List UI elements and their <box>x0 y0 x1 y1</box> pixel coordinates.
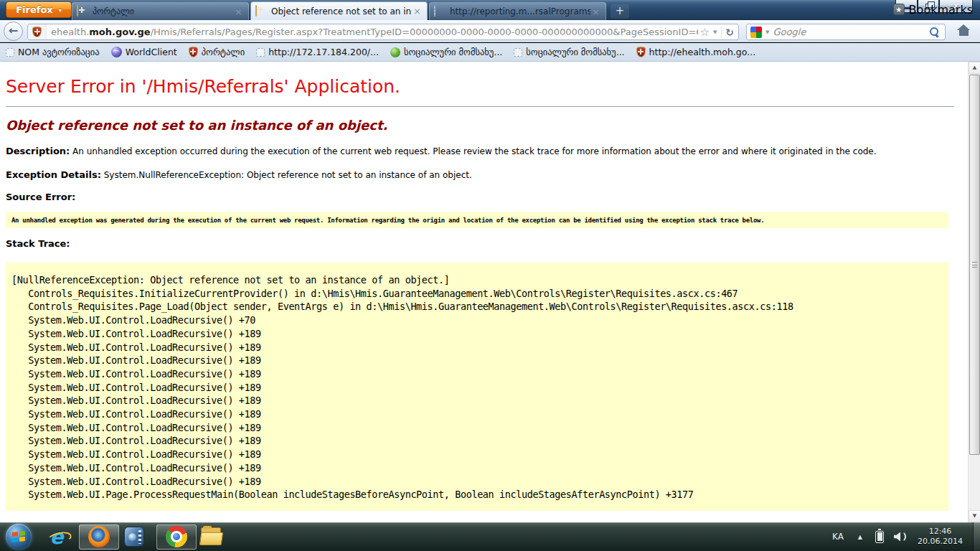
site-identity-chip[interactable] <box>28 24 47 39</box>
url-path: /Hmis/Referrals/Pages/Register.aspx?Trea… <box>151 27 699 37</box>
bookmark-item[interactable]: WorldClient <box>111 47 177 57</box>
tab[interactable]: http://reporting.m...rsalPrograms.aspx× <box>429 2 606 20</box>
georgia-icon <box>255 5 257 17</box>
bookmark-item[interactable]: NOM ავტორიზაცია <box>6 47 100 57</box>
tab-close-icon[interactable]: × <box>590 7 601 17</box>
media-player-taskbar-button[interactable] <box>122 524 146 549</box>
exception-details-line: Exception Details: System.NullReferenceE… <box>6 169 958 180</box>
scrollbar-thumb[interactable] <box>969 75 980 455</box>
bookmark-item[interactable]: http://172.17.184.200/... <box>256 47 379 57</box>
description-line: Description: An unhandled exception occu… <box>6 146 958 156</box>
stack-trace-box: [NullReferenceException: Object referenc… <box>6 263 948 511</box>
firefox-menu-button[interactable]: Firefox▾ <box>6 1 72 18</box>
globe-icon <box>111 47 122 57</box>
screen: Firefox▾ პორტალი×Object reference not se… <box>0 0 980 551</box>
search-icon[interactable] <box>930 27 940 37</box>
firefox-taskbar-button[interactable] <box>79 524 119 550</box>
url-bar-icons: ☆ ▼ ↻ <box>698 26 738 39</box>
bookmark-label: WorldClient <box>126 47 177 57</box>
tray-expand-icon[interactable]: ▲ <box>858 534 862 540</box>
show-desktop-button[interactable] <box>973 522 980 551</box>
error-subtitle: Object reference not set to an instance … <box>6 118 958 133</box>
system-tray: KA ▲ 12:46 20.06.2014 <box>832 522 980 551</box>
firefox-menu-label: Firefox <box>16 4 53 15</box>
start-button[interactable] <box>6 524 32 550</box>
chrome-icon <box>166 526 187 547</box>
divider <box>6 106 954 107</box>
bookmark-label: NOM ავტორიზაცია <box>18 47 100 57</box>
bookmarks-menu-button[interactable]: ★ Bookmarks <box>893 0 973 19</box>
blank-icon <box>6 48 14 57</box>
tab-close-icon[interactable]: × <box>412 6 423 16</box>
bookmark-item[interactable]: სოციალური მომსახუ... <box>390 47 502 57</box>
bookmark-item[interactable]: სოციალური მომსახუ... <box>514 47 624 57</box>
battery-icon[interactable] <box>875 531 884 543</box>
divider <box>721 27 722 38</box>
description-label: Description: <box>6 146 70 156</box>
blank-icon <box>256 48 265 57</box>
new-tab-button[interactable]: + <box>611 4 629 19</box>
search-placeholder: Google <box>773 27 930 37</box>
reload-icon[interactable]: ↻ <box>725 27 734 38</box>
bookmark-label: პორტალი <box>202 47 245 57</box>
bookmarks-toolbar: NOM ავტორიზაციაWorldClientპორტალიhttp://… <box>0 43 980 62</box>
firefox-icon <box>88 526 110 547</box>
tab-close-icon[interactable]: × <box>233 7 244 17</box>
chrome-taskbar-button[interactable] <box>156 524 197 550</box>
blank-favicon-icon <box>434 6 446 17</box>
stack-trace-label: Stack Trace: <box>6 238 958 249</box>
clock-time: 12:46 <box>918 527 963 537</box>
url-text[interactable]: ehealth.moh.gov.ge/Hmis/Referrals/Pages/… <box>47 27 698 37</box>
url-dropdown-icon[interactable]: ▼ <box>713 29 717 35</box>
taskbar: e KA ▲ 12:46 20.06.2014 <box>0 522 980 551</box>
scroll-down-button[interactable]: ▼ <box>969 510 980 522</box>
source-error-label: Source Error: <box>6 192 958 202</box>
clock-date: 20.06.2014 <box>918 537 963 547</box>
window-titlebar: Firefox▾ პორტალი×Object reference not se… <box>0 0 980 20</box>
bookmarks-star-icon: ★ <box>893 4 905 15</box>
bookmark-item[interactable]: http://ehealth.moh.go... <box>636 47 756 57</box>
bookmark-star-icon[interactable]: ☆ <box>699 26 709 39</box>
bookmark-label: სოციალური მომსახუ... <box>526 47 624 57</box>
media-player-icon <box>124 527 144 547</box>
taskbar-apps: e <box>0 522 234 551</box>
search-input[interactable]: ▼ Google <box>746 24 946 40</box>
volume-icon[interactable] <box>894 532 906 542</box>
clock[interactable]: 12:46 20.06.2014 <box>918 527 963 547</box>
exception-details-label: Exception Details: <box>6 169 101 180</box>
bookmark-item[interactable]: პორტალი <box>189 47 245 57</box>
internet-explorer-taskbar-button[interactable]: e <box>44 524 69 549</box>
tab-title: პორტალი <box>93 6 233 17</box>
url-domain: moh.gov.ge <box>89 27 150 37</box>
site-favicon-icon <box>32 27 42 37</box>
tab-strip: პორტალი×Object reference not set to an i… <box>72 1 629 20</box>
url-bar[interactable]: ehealth.moh.gov.ge/Hmis/Referrals/Pages/… <box>27 24 739 40</box>
georgia-favicon-icon <box>255 6 267 17</box>
bookmarks-menu-label: Bookmarks <box>909 3 973 17</box>
bookmark-label: http://172.17.184.200/... <box>268 47 379 57</box>
georgia-favicon-icon <box>77 6 88 17</box>
scrollbar-grip-icon <box>972 262 977 268</box>
search-engine-dropdown-icon[interactable]: ▼ <box>765 29 769 35</box>
chevron-down-icon: ▾ <box>59 7 62 14</box>
language-indicator[interactable]: KA <box>832 532 844 542</box>
exception-details-text: System.NullReferenceException: Object re… <box>104 170 472 180</box>
home-button[interactable] <box>954 24 973 40</box>
vertical-scrollbar[interactable]: ▲ ▼ <box>968 62 980 522</box>
georgia-icon <box>636 47 646 57</box>
georgia-icon <box>189 47 198 57</box>
windows-logo-icon <box>12 531 25 542</box>
back-button[interactable]: ← <box>4 22 23 41</box>
tab[interactable]: პორტალი× <box>72 2 249 20</box>
explorer-taskbar-button[interactable] <box>199 524 224 549</box>
blank-icon <box>514 48 522 57</box>
tab-title: http://reporting.m...rsalPrograms.aspx <box>450 6 590 17</box>
tab[interactable]: Object reference not set to an instanc..… <box>250 1 428 20</box>
blank-icon <box>434 5 435 17</box>
scroll-up-button[interactable]: ▲ <box>969 62 980 74</box>
tab-title: Object reference not set to an instanc..… <box>271 6 412 17</box>
bookmark-label: http://ehealth.moh.go... <box>649 47 756 57</box>
google-search-engine-icon[interactable] <box>750 27 762 38</box>
bookmark-label: სოციალური მომსახუ... <box>404 47 502 57</box>
green-icon <box>390 47 400 57</box>
